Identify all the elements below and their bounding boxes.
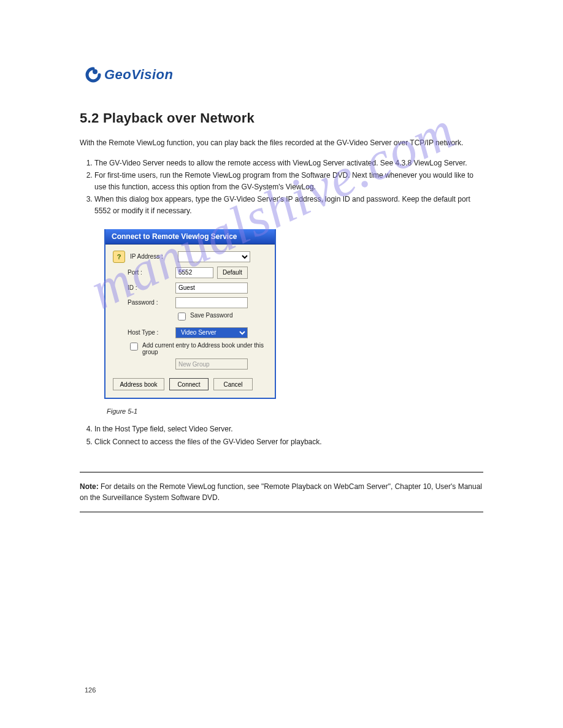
section-heading: 5.2 Playback over Network: [80, 110, 483, 126]
id-label: ID :: [128, 284, 172, 291]
brand-name: GeoVision: [104, 67, 174, 83]
step-item: The GV-Video Server needs to allow the r…: [94, 157, 483, 169]
ip-select[interactable]: [178, 251, 250, 262]
step-item: For first-time users, run the Remote Vie…: [94, 170, 483, 192]
ip-label: IP Address :: [130, 253, 174, 260]
step-item: In the Host Type field, select Video Ser…: [94, 423, 483, 435]
connect-dialog: Connect to Remote Viewlog Service ? IP A…: [104, 229, 276, 400]
port-input[interactable]: [175, 267, 213, 278]
host-type-select[interactable]: Video Server: [175, 327, 248, 338]
logo-mark-icon: [85, 66, 102, 83]
intro-paragraph: With the Remote ViewLog function, you ca…: [80, 137, 483, 149]
address-book-button[interactable]: Address book: [113, 378, 164, 390]
page-number: 126: [85, 686, 96, 694]
step-item: When this dialog box appears, type the G…: [94, 194, 483, 216]
id-input[interactable]: [175, 282, 248, 294]
cancel-button[interactable]: Cancel: [213, 378, 253, 390]
note-label: Note:: [80, 482, 99, 491]
host-type-label: Host Type :: [128, 329, 172, 336]
help-icon[interactable]: ?: [113, 251, 125, 263]
brand-name-part1: Geo: [104, 67, 131, 82]
save-password-label: Save Password: [190, 312, 232, 319]
step-item: Click Connect to access the files of the…: [94, 436, 483, 448]
figure-caption: Figure 5-1: [107, 408, 483, 415]
port-label: Port :: [128, 269, 172, 276]
brand-logo: GeoVision: [85, 66, 174, 83]
password-input[interactable]: [175, 297, 248, 308]
connect-button[interactable]: Connect: [169, 378, 209, 390]
password-label: Password :: [128, 299, 172, 306]
default-button[interactable]: Default: [217, 267, 248, 279]
brand-name-part2: Vision: [131, 67, 173, 82]
new-group-input: [175, 358, 248, 370]
add-entry-checkbox[interactable]: [130, 343, 138, 351]
dialog-title: Connect to Remote Viewlog Service: [105, 229, 275, 245]
add-entry-label: Add current entry to Address book under …: [142, 342, 265, 355]
note-text: For details on the Remote ViewLog functi…: [80, 482, 482, 502]
save-password-checkbox[interactable]: [178, 313, 186, 320]
note-block: Note: For details on the Remote ViewLog …: [80, 472, 483, 512]
